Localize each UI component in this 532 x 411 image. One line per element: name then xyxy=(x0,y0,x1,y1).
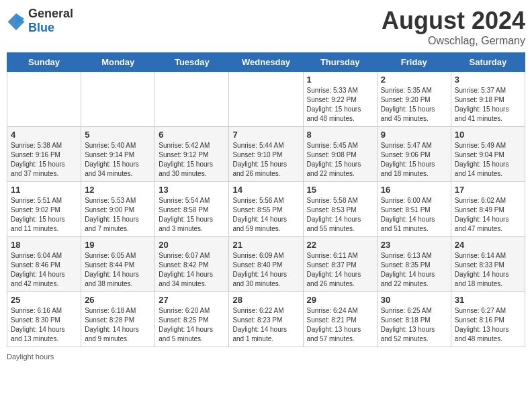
weekday-header-monday: Monday xyxy=(81,53,155,72)
day-number: 27 xyxy=(159,295,225,305)
calendar-cell: 10Sunrise: 5:49 AM Sunset: 9:04 PM Dayli… xyxy=(451,127,525,182)
calendar-cell: 23Sunrise: 6:13 AM Sunset: 8:35 PM Dayli… xyxy=(377,237,451,292)
calendar-cell xyxy=(155,72,229,127)
calendar-week-5: 25Sunrise: 6:16 AM Sunset: 8:30 PM Dayli… xyxy=(7,292,525,347)
weekday-header-tuesday: Tuesday xyxy=(155,53,229,72)
day-number: 21 xyxy=(232,240,299,250)
calendar-cell: 31Sunrise: 6:27 AM Sunset: 8:16 PM Dayli… xyxy=(451,292,525,347)
day-number: 22 xyxy=(307,240,373,250)
day-info: Sunrise: 5:42 AM Sunset: 9:12 PM Dayligh… xyxy=(159,141,225,179)
day-number: 25 xyxy=(11,295,77,305)
day-number: 15 xyxy=(307,185,373,195)
calendar-cell: 16Sunrise: 6:00 AM Sunset: 8:51 PM Dayli… xyxy=(377,182,451,237)
calendar-cell: 25Sunrise: 6:16 AM Sunset: 8:30 PM Dayli… xyxy=(7,292,81,347)
calendar-cell: 27Sunrise: 6:20 AM Sunset: 8:25 PM Dayli… xyxy=(155,292,229,347)
calendar-cell xyxy=(81,72,155,127)
day-info: Sunrise: 6:27 AM Sunset: 8:16 PM Dayligh… xyxy=(455,306,521,344)
day-number: 6 xyxy=(159,130,225,140)
calendar-cell: 8Sunrise: 5:45 AM Sunset: 9:08 PM Daylig… xyxy=(303,127,377,182)
calendar-cell: 14Sunrise: 5:56 AM Sunset: 8:55 PM Dayli… xyxy=(229,182,303,237)
weekday-header-thursday: Thursday xyxy=(303,53,377,72)
calendar-cell: 29Sunrise: 6:24 AM Sunset: 8:21 PM Dayli… xyxy=(303,292,377,347)
logo-text: General Blue xyxy=(28,7,73,35)
weekday-row: SundayMondayTuesdayWednesdayThursdayFrid… xyxy=(7,53,525,72)
day-info: Sunrise: 6:00 AM Sunset: 8:51 PM Dayligh… xyxy=(381,196,447,234)
day-info: Sunrise: 5:53 AM Sunset: 9:00 PM Dayligh… xyxy=(85,196,151,234)
calendar-week-4: 18Sunrise: 6:04 AM Sunset: 8:46 PM Dayli… xyxy=(7,237,525,292)
day-number: 24 xyxy=(455,240,521,250)
day-info: Sunrise: 5:33 AM Sunset: 9:22 PM Dayligh… xyxy=(307,86,373,124)
day-number: 2 xyxy=(381,75,447,85)
calendar-cell: 24Sunrise: 6:14 AM Sunset: 8:33 PM Dayli… xyxy=(451,237,525,292)
day-info: Sunrise: 6:02 AM Sunset: 8:49 PM Dayligh… xyxy=(455,196,521,234)
day-info: Sunrise: 6:07 AM Sunset: 8:42 PM Dayligh… xyxy=(159,251,225,289)
day-number: 14 xyxy=(232,185,299,195)
day-info: Sunrise: 5:58 AM Sunset: 8:53 PM Dayligh… xyxy=(307,196,373,234)
day-info: Sunrise: 6:11 AM Sunset: 8:37 PM Dayligh… xyxy=(307,251,373,289)
day-number: 11 xyxy=(11,185,77,195)
calendar-week-2: 4Sunrise: 5:38 AM Sunset: 9:16 PM Daylig… xyxy=(7,127,525,182)
day-number: 31 xyxy=(455,295,521,305)
calendar-cell: 28Sunrise: 6:22 AM Sunset: 8:23 PM Dayli… xyxy=(229,292,303,347)
day-info: Sunrise: 6:13 AM Sunset: 8:35 PM Dayligh… xyxy=(381,251,447,289)
calendar-cell: 22Sunrise: 6:11 AM Sunset: 8:37 PM Dayli… xyxy=(303,237,377,292)
day-info: Sunrise: 5:51 AM Sunset: 9:02 PM Dayligh… xyxy=(11,196,77,234)
calendar-cell: 1Sunrise: 5:33 AM Sunset: 9:22 PM Daylig… xyxy=(303,72,377,127)
day-info: Sunrise: 6:05 AM Sunset: 8:44 PM Dayligh… xyxy=(85,251,151,289)
calendar-cell: 11Sunrise: 5:51 AM Sunset: 9:02 PM Dayli… xyxy=(7,182,81,237)
day-info: Sunrise: 5:38 AM Sunset: 9:16 PM Dayligh… xyxy=(11,141,77,179)
day-info: Sunrise: 5:49 AM Sunset: 9:04 PM Dayligh… xyxy=(455,141,521,179)
day-info: Sunrise: 5:40 AM Sunset: 9:14 PM Dayligh… xyxy=(85,141,151,179)
calendar-cell xyxy=(229,72,303,127)
day-number: 23 xyxy=(381,240,447,250)
calendar-body: 1Sunrise: 5:33 AM Sunset: 9:22 PM Daylig… xyxy=(7,72,525,347)
calendar-week-1: 1Sunrise: 5:33 AM Sunset: 9:22 PM Daylig… xyxy=(7,72,525,127)
day-number: 18 xyxy=(11,240,77,250)
logo: General Blue xyxy=(7,7,73,35)
calendar-cell: 5Sunrise: 5:40 AM Sunset: 9:14 PM Daylig… xyxy=(81,127,155,182)
calendar-cell: 6Sunrise: 5:42 AM Sunset: 9:12 PM Daylig… xyxy=(155,127,229,182)
day-number: 26 xyxy=(85,295,151,305)
calendar-cell: 18Sunrise: 6:04 AM Sunset: 8:46 PM Dayli… xyxy=(7,237,81,292)
day-number: 19 xyxy=(85,240,151,250)
calendar-cell: 21Sunrise: 6:09 AM Sunset: 8:40 PM Dayli… xyxy=(229,237,303,292)
day-info: Sunrise: 6:20 AM Sunset: 8:25 PM Dayligh… xyxy=(159,306,225,344)
title-block: August 2024 Owschlag, Germany xyxy=(382,7,525,47)
day-info: Sunrise: 5:54 AM Sunset: 8:58 PM Dayligh… xyxy=(159,196,225,234)
day-info: Sunrise: 5:37 AM Sunset: 9:18 PM Dayligh… xyxy=(455,86,521,124)
calendar-cell: 3Sunrise: 5:37 AM Sunset: 9:18 PM Daylig… xyxy=(451,72,525,127)
weekday-header-friday: Friday xyxy=(377,53,451,72)
calendar-cell xyxy=(7,72,81,127)
calendar-cell: 13Sunrise: 5:54 AM Sunset: 8:58 PM Dayli… xyxy=(155,182,229,237)
day-number: 8 xyxy=(307,130,373,140)
logo-icon xyxy=(7,11,26,30)
day-info: Sunrise: 5:44 AM Sunset: 9:10 PM Dayligh… xyxy=(232,141,299,179)
calendar-cell: 20Sunrise: 6:07 AM Sunset: 8:42 PM Dayli… xyxy=(155,237,229,292)
calendar-cell: 19Sunrise: 6:05 AM Sunset: 8:44 PM Dayli… xyxy=(81,237,155,292)
day-number: 5 xyxy=(85,130,151,140)
day-number: 4 xyxy=(11,130,77,140)
location-subtitle: Owschlag, Germany xyxy=(382,35,525,47)
calendar-cell: 7Sunrise: 5:44 AM Sunset: 9:10 PM Daylig… xyxy=(229,127,303,182)
logo-blue: Blue xyxy=(28,21,54,34)
day-number: 9 xyxy=(381,130,447,140)
day-info: Sunrise: 6:22 AM Sunset: 8:23 PM Dayligh… xyxy=(232,306,299,344)
day-number: 1 xyxy=(307,75,373,85)
day-info: Sunrise: 6:04 AM Sunset: 8:46 PM Dayligh… xyxy=(11,251,77,289)
calendar-cell: 4Sunrise: 5:38 AM Sunset: 9:16 PM Daylig… xyxy=(7,127,81,182)
calendar-header: SundayMondayTuesdayWednesdayThursdayFrid… xyxy=(7,53,525,72)
day-number: 29 xyxy=(307,295,373,305)
day-info: Sunrise: 5:45 AM Sunset: 9:08 PM Dayligh… xyxy=(307,141,373,179)
day-number: 16 xyxy=(381,185,447,195)
calendar-cell: 15Sunrise: 5:58 AM Sunset: 8:53 PM Dayli… xyxy=(303,182,377,237)
logo-general: General xyxy=(28,7,73,20)
day-number: 13 xyxy=(159,185,225,195)
day-info: Sunrise: 5:35 AM Sunset: 9:20 PM Dayligh… xyxy=(381,86,447,124)
day-info: Sunrise: 6:09 AM Sunset: 8:40 PM Dayligh… xyxy=(232,251,299,289)
weekday-header-saturday: Saturday xyxy=(451,53,525,72)
day-info: Sunrise: 5:47 AM Sunset: 9:06 PM Dayligh… xyxy=(381,141,447,179)
day-number: 28 xyxy=(232,295,299,305)
calendar-cell: 2Sunrise: 5:35 AM Sunset: 9:20 PM Daylig… xyxy=(377,72,451,127)
day-info: Sunrise: 6:16 AM Sunset: 8:30 PM Dayligh… xyxy=(11,306,77,344)
day-info: Sunrise: 6:18 AM Sunset: 8:28 PM Dayligh… xyxy=(85,306,151,344)
